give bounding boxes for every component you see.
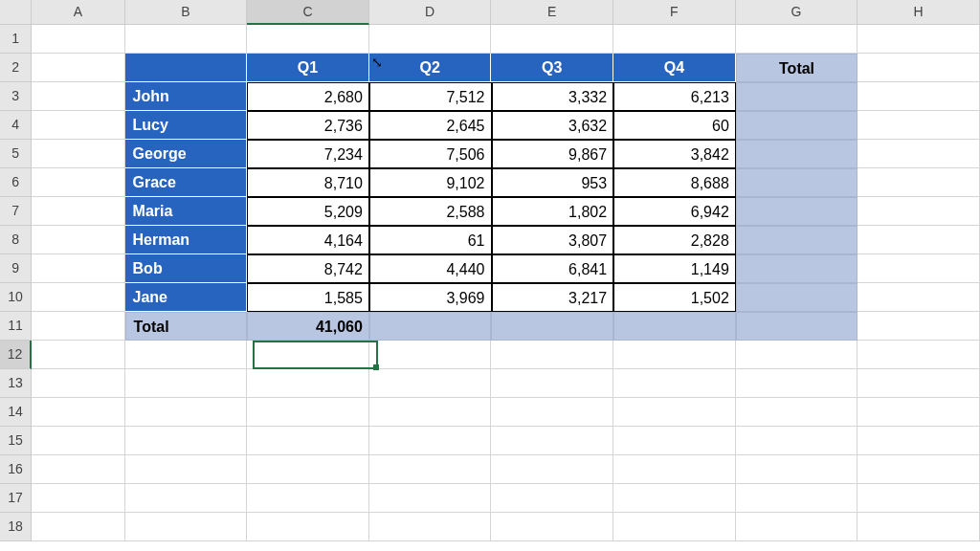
row-header-6[interactable]: 6 [0,168,32,197]
cell-F13[interactable] [613,369,736,398]
cell-G8[interactable] [736,226,858,254]
cell-A13[interactable] [32,369,125,398]
cell-G16[interactable] [736,455,858,484]
cell-E14[interactable] [491,398,613,427]
cell-F1[interactable] [613,25,736,54]
cell-E16[interactable] [491,455,613,484]
cell-F2[interactable]: Q4 [613,54,736,82]
cell-F16[interactable] [613,455,736,484]
cell-G9[interactable] [736,254,858,283]
cell-D10[interactable]: 3,969 [369,283,492,312]
cell-H11[interactable] [858,312,980,341]
cell-B3[interactable]: John [125,82,248,111]
cell-D15[interactable] [369,427,492,455]
cell-B11[interactable]: Total [125,312,248,341]
cell-B5[interactable]: George [125,140,248,168]
cell-F5[interactable]: 3,842 [613,140,736,168]
cell-H3[interactable] [858,82,980,111]
cell-D9[interactable]: 4,440 [369,254,492,283]
cell-C3[interactable]: 2,680 [247,82,369,111]
cell-E13[interactable] [491,369,613,398]
cell-H17[interactable] [858,484,980,513]
cell-H9[interactable] [858,254,980,283]
cell-A18[interactable] [32,513,125,541]
cell-H13[interactable] [858,369,980,398]
cell-H1[interactable] [858,25,980,54]
cell-E6[interactable]: 953 [492,168,614,197]
row-header-7[interactable]: 7 [0,197,32,226]
cell-B7[interactable]: Maria [125,197,248,226]
cell-F15[interactable] [613,427,736,455]
cell-B4[interactable]: Lucy [125,111,248,140]
cell-F4[interactable]: 60 [613,111,736,140]
cell-B10[interactable]: Jane [125,283,248,312]
row-header-15[interactable]: 15 [0,427,32,455]
row-header-16[interactable]: 16 [0,455,32,484]
row-header-2[interactable]: 2 [0,54,32,82]
cell-H14[interactable] [858,398,980,427]
cell-G12[interactable] [736,341,858,369]
cell-A3[interactable] [32,82,125,111]
cell-E2[interactable]: Q3 [491,54,613,82]
cell-A7[interactable] [32,197,125,226]
cell-G15[interactable] [736,427,858,455]
cell-E5[interactable]: 9,867 [492,140,614,168]
col-header-D[interactable]: D [369,0,492,25]
cell-D12[interactable] [369,341,492,369]
cell-D6[interactable]: 9,102 [369,168,492,197]
row-header-8[interactable]: 8 [0,226,32,254]
cell-C18[interactable] [247,513,369,541]
cell-E15[interactable] [491,427,613,455]
col-header-E[interactable]: E [491,0,613,25]
col-header-A[interactable]: A [32,0,124,25]
cell-A17[interactable] [32,484,125,513]
cell-F18[interactable] [613,513,736,541]
cell-G2[interactable]: Total [736,54,858,82]
cell-B6[interactable]: Grace [125,168,248,197]
cell-F9[interactable]: 1,149 [613,254,736,283]
cell-C9[interactable]: 8,742 [247,254,369,283]
cell-B15[interactable] [125,427,248,455]
cell-D11[interactable] [369,312,492,341]
cell-C17[interactable] [247,484,369,513]
cell-C6[interactable]: 8,710 [247,168,369,197]
cell-H4[interactable] [858,111,980,140]
cell-F10[interactable]: 1,502 [613,283,736,312]
cell-A10[interactable] [32,283,125,312]
col-header-B[interactable]: B [125,0,248,25]
cell-D13[interactable] [369,369,492,398]
cell-F12[interactable] [613,341,736,369]
cell-F6[interactable]: 8,688 [613,168,736,197]
cell-E7[interactable]: 1,802 [492,197,614,226]
cell-E17[interactable] [491,484,613,513]
cell-F3[interactable]: 6,213 [613,82,736,111]
cell-A2[interactable] [32,54,125,82]
cell-G5[interactable] [736,140,858,168]
cell-D14[interactable] [369,398,492,427]
cell-C4[interactable]: 2,736 [247,111,369,140]
cell-A6[interactable] [32,168,125,197]
row-header-18[interactable]: 18 [0,513,32,541]
row-header-1[interactable]: 1 [0,25,32,54]
cell-B14[interactable] [125,398,248,427]
cell-G3[interactable] [736,82,858,111]
cell-A9[interactable] [32,254,125,283]
cell-G7[interactable] [736,197,858,226]
cell-C13[interactable] [247,369,369,398]
cell-D8[interactable]: 61 [369,226,492,254]
cell-C12[interactable] [247,341,369,369]
cell-G13[interactable] [736,369,858,398]
cell-G4[interactable] [736,111,858,140]
cell-C8[interactable]: 4,164 [247,226,369,254]
cell-G11[interactable] [736,312,858,341]
cell-C1[interactable] [247,25,369,54]
cell-G17[interactable] [736,484,858,513]
cell-G18[interactable] [736,513,858,541]
cell-C10[interactable]: 1,585 [247,283,369,312]
cell-H8[interactable] [858,226,980,254]
cell-B12[interactable] [125,341,248,369]
cell-A14[interactable] [32,398,125,427]
row-header-17[interactable]: 17 [0,484,32,513]
col-header-C[interactable]: C [247,0,369,25]
row-header-10[interactable]: 10 [0,283,32,312]
